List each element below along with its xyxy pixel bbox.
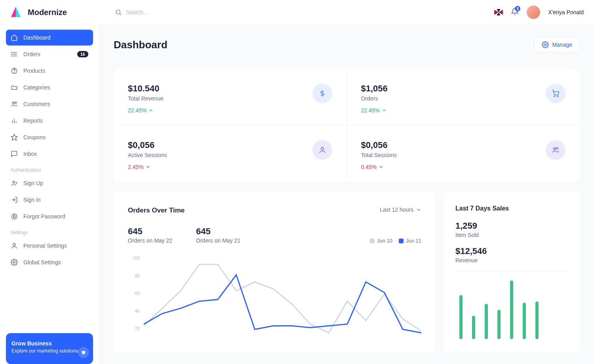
stat-value: $0,056 <box>361 140 397 150</box>
stat-label: Active Sessions <box>128 152 167 158</box>
chart-title: Orders Over Time <box>128 207 185 214</box>
cart-icon <box>546 83 565 103</box>
page-title: Dashboard <box>114 39 168 51</box>
svg-point-29 <box>554 148 556 150</box>
topbar: Modernize 5 X'eriya Ponald <box>0 0 594 25</box>
legend-swatch <box>399 239 404 243</box>
stats-grid: $10.540 Total Revenue 22.45% $1,056 Orde… <box>114 69 580 182</box>
search-block <box>115 9 494 16</box>
sales-sidebar-card: Last 7 Days Sales 1,259 Item Sold $12,54… <box>444 192 580 352</box>
login-icon <box>11 196 18 203</box>
stat-card-active-sessions: $0,056 Active Sessions 2.45% <box>114 126 347 182</box>
sidebar-item-label: Sign In <box>23 197 41 203</box>
svg-point-16 <box>13 181 15 183</box>
sidebar-item-label: Personal Settings <box>23 243 67 249</box>
stat-delta: 22.45% <box>361 107 388 114</box>
range-selector[interactable]: Last 12 hours <box>380 207 421 213</box>
gear-icon <box>11 259 18 266</box>
bar-chart-icon <box>11 117 18 124</box>
stat-label: Total Revenue <box>128 95 164 102</box>
chevron-down-icon <box>145 164 151 170</box>
sidebar-item-label: Inbox <box>23 151 37 157</box>
svg-point-10 <box>13 102 15 104</box>
chart-meta: 645Orders on May 22 645Orders on May 21 … <box>128 226 421 244</box>
page-header: Dashboard Manage <box>114 37 580 53</box>
dollar-icon <box>312 83 332 103</box>
sales-bar-chart <box>455 281 569 339</box>
chevron-up-icon <box>148 108 154 113</box>
notifications-count: 5 <box>515 6 520 11</box>
sidebar-item-personal-settings[interactable]: Personal Settings <box>6 238 93 254</box>
sidebar-item-products[interactable]: Products <box>6 63 93 79</box>
gear-icon <box>542 41 549 48</box>
sidebar-item-reports[interactable]: Reports <box>6 113 93 129</box>
language-flag-uk[interactable] <box>494 9 503 15</box>
orders-line-chart: 10080604020 <box>128 256 421 331</box>
stat-card-revenue: $10.540 Total Revenue 22.45% <box>114 69 347 126</box>
notifications-button[interactable]: 5 <box>511 8 519 17</box>
folder-icon <box>11 84 18 91</box>
user-icon <box>11 242 18 249</box>
sidebar-item-forgot-password[interactable]: Forgot Password <box>6 209 93 224</box>
section-authentication: Authentication <box>6 163 93 175</box>
logo-icon <box>9 5 23 19</box>
sidebar-item-dashboard[interactable]: Dashboard <box>6 30 93 46</box>
meta-block: 645Orders on May 22 <box>128 226 172 244</box>
manage-button[interactable]: Manage <box>534 37 580 53</box>
divider <box>455 271 569 272</box>
sidebar-item-label: Coupons <box>23 134 46 140</box>
line-chart-svg <box>144 256 421 343</box>
username: X'eriya Ponald <box>548 9 584 15</box>
sidebar-item-label: Reports <box>23 118 43 124</box>
sidebar-item-categories[interactable]: Categories <box>6 80 93 95</box>
svg-point-24 <box>544 44 546 46</box>
chevron-down-icon <box>378 164 384 170</box>
sidebar-item-label: Dashboard <box>23 34 51 41</box>
brand-name: Modernize <box>28 8 67 17</box>
user-plus-icon <box>11 180 18 187</box>
home-icon <box>11 34 18 41</box>
sidebar-item-label: Customers <box>23 101 50 107</box>
svg-point-0 <box>116 10 120 14</box>
svg-point-9 <box>14 72 15 72</box>
sidebar-item-orders[interactable]: Orders16 <box>6 46 93 62</box>
sidebar-item-label: Forgot Password <box>23 213 65 220</box>
y-axis: 10080604020 <box>128 256 140 331</box>
stat-delta: 2.45% <box>128 164 167 170</box>
heart-icon <box>78 347 89 358</box>
sidebar-item-signin[interactable]: Sign In <box>6 192 93 208</box>
help-circle-icon <box>11 67 18 74</box>
search-input[interactable] <box>126 9 245 15</box>
sidebar-item-global-settings[interactable]: Global Settings <box>6 254 93 270</box>
legend: Jun 10 Jun 11 <box>370 238 421 244</box>
sidebar-item-coupons[interactable]: Coupons <box>6 129 93 145</box>
charts-row: Orders Over Time Last 12 hours 645Orders… <box>114 192 580 352</box>
svg-point-23 <box>13 262 15 264</box>
sidebar-item-signup[interactable]: Sign Up <box>6 175 93 191</box>
side-title: Last 7 Days Sales <box>455 205 569 212</box>
items-sold-label: Item Sold <box>455 232 569 238</box>
list-icon <box>11 51 18 58</box>
promo-subtitle: Explore our marketing solutions <box>11 348 88 354</box>
svg-point-11 <box>15 102 17 103</box>
stat-label: Total Sessions <box>361 152 397 158</box>
lock-icon <box>11 213 18 220</box>
legend-swatch <box>370 239 375 243</box>
sidebar-item-label: Categories <box>23 84 50 91</box>
avatar[interactable] <box>527 6 540 19</box>
search-icon <box>115 9 122 16</box>
manage-label: Manage <box>552 42 572 48</box>
sidebar-item-customers[interactable]: Customers <box>6 96 93 112</box>
sidebar-item-inbox[interactable]: Inbox <box>6 146 93 162</box>
user-icon <box>312 140 332 160</box>
stat-card-total-sessions: $0,056 Total Sessions 0.45% <box>347 126 580 182</box>
sidebar-item-label: Products <box>23 68 45 74</box>
promo-card[interactable]: Grow Business Explore our marketing solu… <box>6 333 93 364</box>
stat-value: $1,056 <box>361 83 388 94</box>
svg-point-22 <box>13 243 15 246</box>
svg-rect-21 <box>13 216 15 218</box>
promo-title: Grow Business <box>11 340 88 347</box>
logo-block[interactable]: Modernize <box>9 5 100 19</box>
users-icon <box>11 100 18 108</box>
svg-marker-15 <box>11 135 17 140</box>
